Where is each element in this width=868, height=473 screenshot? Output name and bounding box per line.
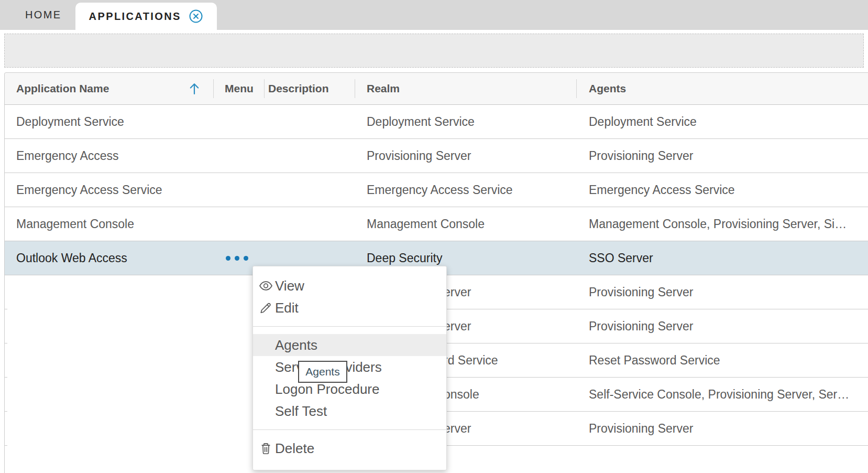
- cell-menu: [213, 207, 264, 241]
- cell-desc: [264, 105, 355, 138]
- tab-applications[interactable]: APPLICATIONS: [75, 3, 217, 30]
- menu-item-logon-procedure[interactable]: Logon Procedure: [253, 378, 446, 400]
- column-header-realm[interactable]: Realm: [355, 73, 576, 104]
- menu-item-edit[interactable]: Edit: [253, 297, 446, 319]
- table-row[interactable]: Emergency AccessProvisioning ServerProvi…: [5, 139, 868, 173]
- cell-agents: Emergency Access Service: [576, 173, 868, 207]
- ellipsis-icon: [226, 256, 230, 261]
- cell-agents: Management Console, Provisioning Server,…: [576, 207, 868, 241]
- cell-agents: Provisioning Server: [576, 139, 868, 173]
- menu-item-delete[interactable]: Delete: [253, 437, 446, 459]
- tab-home[interactable]: HOME: [12, 0, 75, 30]
- cell-name: [5, 378, 213, 412]
- cell-agents: Deployment Service: [576, 105, 868, 138]
- cell-menu: [213, 139, 264, 173]
- tooltip-text: Agents: [305, 366, 339, 378]
- cell-realm: Emergency Access Service: [355, 173, 576, 207]
- ellipsis-icon: [235, 256, 239, 261]
- menu-item-view[interactable]: View: [253, 275, 446, 297]
- cell-name: [5, 412, 213, 446]
- tab-bar: HOME APPLICATIONS: [0, 0, 868, 30]
- tab-applications-label: APPLICATIONS: [89, 10, 181, 23]
- cell-realm: Provisioning Server: [355, 139, 576, 173]
- cell-name: Deployment Service: [5, 105, 213, 138]
- table-row[interactable]: Emergency Access ServiceEmergency Access…: [5, 173, 868, 207]
- column-header-application-name[interactable]: Application Name: [5, 73, 213, 104]
- menu-item-label: Self Test: [275, 403, 327, 420]
- tab-home-label: HOME: [25, 9, 62, 21]
- toolbar-panel: [4, 34, 864, 68]
- cell-desc: [264, 173, 355, 207]
- menu-item-label: Logon Procedure: [275, 381, 379, 397]
- cell-agents: Provisioning Server: [576, 412, 868, 446]
- column-header-menu[interactable]: Menu: [213, 73, 264, 104]
- eye-icon: [259, 279, 273, 293]
- cell-agents: Self-Service Console, Provisioning Serve…: [576, 378, 868, 412]
- cell-name: [5, 309, 213, 343]
- cell-menu: [213, 105, 264, 138]
- menu-item-self-test[interactable]: Self Test: [253, 400, 446, 422]
- cell-desc: [264, 139, 355, 173]
- trash-icon: [259, 442, 273, 456]
- cell-name: Outlook Web Access: [5, 241, 213, 275]
- table-header: Application Name Menu Description Realm …: [5, 73, 868, 105]
- cell-realm: Deployment Service: [355, 105, 576, 138]
- menu-item-label: Edit: [275, 300, 299, 316]
- menu-item-agents[interactable]: Agents: [253, 334, 446, 356]
- cell-name: [5, 275, 213, 309]
- row-context-menu: ViewEditAgentsService ProvidersLogon Pro…: [252, 266, 447, 470]
- cell-agents: Provisioning Server: [576, 275, 868, 309]
- menu-item-service-providers[interactable]: Service Providers: [253, 356, 446, 378]
- tooltip: Agents: [298, 361, 347, 383]
- cell-name: [5, 343, 213, 378]
- menu-divider: [253, 429, 446, 430]
- cell-desc: [264, 207, 355, 241]
- cell-realm: Management Console: [355, 207, 576, 241]
- cell-agents: Provisioning Server: [576, 309, 868, 343]
- menu-item-label: Agents: [275, 337, 317, 353]
- circle-x-icon[interactable]: [189, 9, 203, 24]
- cell-agents: SSO Server: [576, 241, 868, 275]
- cell-name: Emergency Access Service: [5, 173, 213, 207]
- cell-menu: [213, 173, 264, 207]
- menu-divider: [253, 326, 446, 327]
- table-row[interactable]: Management ConsoleManagement ConsoleMana…: [5, 207, 868, 241]
- cell-agents: Reset Password Service: [576, 343, 868, 378]
- ellipsis-icon: [244, 256, 248, 261]
- menu-item-label: View: [275, 278, 304, 294]
- cell-name: Emergency Access: [5, 139, 213, 173]
- pencil-icon: [259, 301, 273, 315]
- table-row[interactable]: Deployment ServiceDeployment ServiceDepl…: [5, 105, 868, 139]
- menu-item-label: Delete: [275, 440, 314, 457]
- arrow-up-icon: [188, 82, 201, 95]
- column-header-agents[interactable]: Agents: [576, 73, 868, 104]
- cell-name: Management Console: [5, 207, 213, 241]
- column-header-description[interactable]: Description: [264, 73, 355, 104]
